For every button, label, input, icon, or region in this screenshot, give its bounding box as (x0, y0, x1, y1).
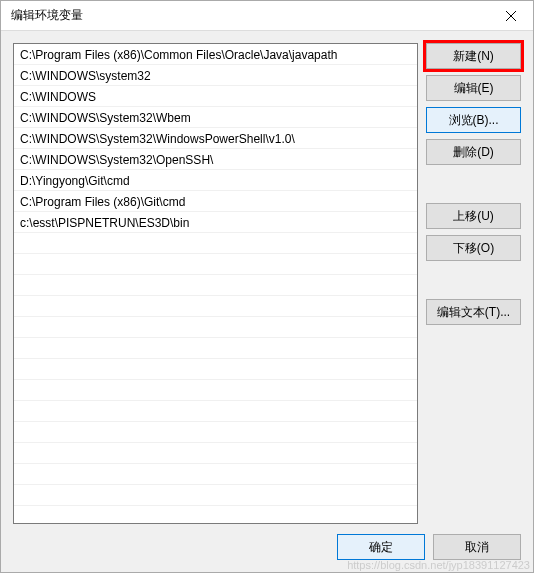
close-button[interactable] (488, 1, 533, 30)
dialog: 编辑环境变量 C:\Program Files (x86)\Common Fil… (0, 0, 534, 573)
list-item-empty[interactable] (14, 485, 417, 506)
list-item[interactable]: C:\Program Files (x86)\Common Files\Orac… (14, 44, 417, 65)
movedown-button[interactable]: 下移(O) (426, 235, 521, 261)
content-area: C:\Program Files (x86)\Common Files\Orac… (1, 31, 533, 572)
new-button[interactable]: 新建(N) (426, 43, 521, 69)
edit-button[interactable]: 编辑(E) (426, 75, 521, 101)
list-item-empty[interactable] (14, 233, 417, 254)
list-item[interactable]: D:\Yingyong\Git\cmd (14, 170, 417, 191)
ok-button[interactable]: 确定 (337, 534, 425, 560)
list-item-empty[interactable] (14, 338, 417, 359)
list-item-empty[interactable] (14, 401, 417, 422)
list-item[interactable]: c:\esst\PISPNETRUN\ES3D\bin (14, 212, 417, 233)
browse-button[interactable]: 浏览(B)... (426, 107, 521, 133)
list-item-empty[interactable] (14, 443, 417, 464)
dialog-title: 编辑环境变量 (11, 7, 83, 24)
list-item[interactable]: C:\WINDOWS\System32\WindowsPowerShell\v1… (14, 128, 417, 149)
moveup-button[interactable]: 上移(U) (426, 203, 521, 229)
list-item[interactable]: C:\WINDOWS\System32\OpenSSH\ (14, 149, 417, 170)
button-sidebar: 新建(N) 编辑(E) 浏览(B)... 删除(D) 上移(U) 下移(O) 编… (426, 43, 521, 524)
list-item-empty[interactable] (14, 275, 417, 296)
titlebar: 编辑环境变量 (1, 1, 533, 31)
list-item-empty[interactable] (14, 380, 417, 401)
main-row: C:\Program Files (x86)\Common Files\Orac… (13, 43, 521, 524)
delete-button[interactable]: 删除(D) (426, 139, 521, 165)
list-item[interactable]: C:\WINDOWS\system32 (14, 65, 417, 86)
edittext-button[interactable]: 编辑文本(T)... (426, 299, 521, 325)
bottom-row: 确定 取消 (13, 524, 521, 560)
list-item-empty[interactable] (14, 254, 417, 275)
spacer (426, 267, 521, 293)
list-item[interactable]: C:\Program Files (x86)\Git\cmd (14, 191, 417, 212)
path-listbox[interactable]: C:\Program Files (x86)\Common Files\Orac… (13, 43, 418, 524)
cancel-button[interactable]: 取消 (433, 534, 521, 560)
list-item-empty[interactable] (14, 359, 417, 380)
spacer (426, 171, 521, 197)
list-item[interactable]: C:\WINDOWS\System32\Wbem (14, 107, 417, 128)
list-item-empty[interactable] (14, 422, 417, 443)
list-item[interactable]: C:\WINDOWS (14, 86, 417, 107)
list-item-empty[interactable] (14, 296, 417, 317)
close-icon (506, 11, 516, 21)
list-item-empty[interactable] (14, 317, 417, 338)
list-item-empty[interactable] (14, 464, 417, 485)
